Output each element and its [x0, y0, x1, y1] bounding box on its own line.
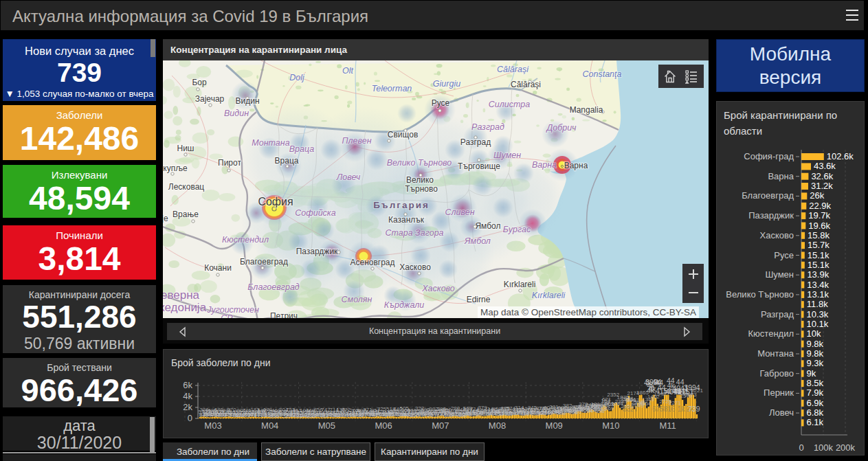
svg-text:Бор: Бор [192, 78, 207, 87]
svg-text:Велико: Велико [406, 175, 434, 185]
svg-text:Благоевград: Благоевград [247, 282, 300, 292]
svg-text:10k: 10k [807, 328, 821, 339]
svg-text:Благоевград: Благоевград [240, 257, 288, 267]
svg-text:Kırklareli: Kırklareli [532, 291, 566, 300]
svg-text:Перник: Перник [764, 387, 794, 398]
svg-text:Constanţa: Constanţa [583, 69, 622, 79]
svg-text:9.8k: 9.8k [807, 348, 824, 359]
svg-text:M03: M03 [204, 420, 221, 431]
svg-text:Ловеч: Ловеч [336, 172, 361, 182]
svg-text:3994: 3994 [645, 378, 662, 386]
svg-text:675816: 675816 [652, 405, 676, 413]
svg-text:15.8k: 15.8k [808, 230, 830, 240]
svg-text:26k: 26k [810, 190, 824, 201]
svg-text:Монтана: Монтана [252, 138, 289, 148]
svg-text:Бургас: Бургас [503, 225, 531, 234]
svg-text:Добрич: Добрич [545, 123, 577, 133]
svg-text:еверна: еверна [163, 289, 200, 302]
svg-text:10.3k: 10.3k [807, 309, 829, 319]
svg-text:Търново: Търново [405, 184, 438, 194]
svg-text:13.9k: 13.9k [807, 269, 829, 280]
svg-text:0: 0 [188, 413, 192, 423]
svg-text:Mangalia: Mangalia [570, 105, 603, 115]
svg-text:Русе: Русе [774, 250, 794, 260]
svg-text:4k: 4k [674, 387, 682, 396]
svg-text:Dolj: Dolj [289, 73, 305, 82]
svg-text:Пазарджик: Пазарджик [748, 210, 794, 221]
svg-text:Хасково: Хасково [399, 262, 431, 272]
svg-text:4k: 4k [647, 386, 655, 394]
svg-text:M10: M10 [602, 420, 619, 431]
svg-text:Велико Търново: Велико Търново [387, 158, 452, 168]
svg-text:Софийска: Софийска [295, 208, 335, 218]
svg-text:M08: M08 [489, 420, 506, 431]
svg-text:је: је [163, 214, 168, 223]
svg-text:Хасково: Хасково [421, 284, 455, 293]
svg-text:СР: СР [221, 313, 233, 318]
svg-text:102.6k: 102.6k [827, 151, 854, 161]
svg-text:Шумен: Шумен [493, 150, 521, 160]
svg-text:Благоевград: Благоевград [742, 190, 794, 201]
svg-text:7.9k: 7.9k [807, 387, 824, 398]
svg-text:Русе: Русе [432, 98, 450, 108]
svg-text:Видин: Видин [235, 96, 259, 106]
svg-text:44: 44 [667, 376, 675, 385]
svg-text:Teleorman: Teleorman [372, 84, 412, 93]
svg-text:19.7k: 19.7k [808, 210, 830, 221]
svg-text:13.4k: 13.4k [807, 280, 829, 290]
svg-text:Giurgiu: Giurgiu [433, 79, 460, 89]
svg-text:M07: M07 [432, 420, 449, 431]
svg-text:Ниш: Ниш [177, 144, 194, 153]
svg-text:Врање: Врање [173, 210, 199, 219]
svg-text:Кюстендил: Кюстендил [748, 328, 794, 339]
svg-text:6.1k: 6.1k [807, 417, 824, 427]
svg-text:9.3k: 9.3k [807, 358, 824, 368]
svg-text:8.5k: 8.5k [807, 378, 824, 388]
svg-text:Стара Загора: Стара Загора [385, 228, 443, 238]
svg-text:6k: 6k [183, 380, 192, 390]
svg-text:Плевен: Плевен [342, 136, 371, 146]
svg-text:Лесковац: Лесковац [168, 182, 205, 192]
svg-text:Călăraşi: Călăraşi [497, 65, 529, 74]
svg-text:32.6k: 32.6k [811, 171, 833, 181]
svg-text:9k: 9k [807, 368, 816, 379]
svg-text:2k: 2k [183, 402, 192, 412]
svg-text:Смолян: Смолян [342, 295, 372, 304]
svg-text:15.7k: 15.7k [808, 240, 830, 250]
svg-text:11.8k: 11.8k [807, 299, 828, 309]
svg-text:Велико Търново: Велико Търново [726, 289, 794, 300]
svg-text:кедонија: кедонија [163, 301, 207, 314]
svg-text:Шумен: Шумен [765, 269, 794, 280]
svg-text:Ямбол: Ямбол [464, 236, 491, 246]
svg-text:Кочани: Кочани [204, 263, 232, 273]
svg-text:1k: 1k [678, 405, 686, 413]
svg-text:3024: 3024 [623, 396, 636, 403]
svg-text:31.2k: 31.2k [811, 181, 833, 191]
svg-text:Видин: Видин [224, 109, 249, 118]
svg-text:Кърджали: Кърджали [384, 300, 424, 310]
svg-text:Пирот: Пирот [218, 158, 241, 168]
svg-text:19.6k: 19.6k [808, 221, 830, 231]
svg-text:България: България [373, 200, 430, 210]
svg-text:10.1k: 10.1k [807, 319, 829, 329]
svg-text:Казанлък: Казанлък [388, 215, 425, 225]
svg-text:9.8k: 9.8k [807, 339, 824, 349]
svg-text:Варна: Варна [532, 160, 557, 170]
svg-text:200k: 200k [836, 442, 856, 453]
svg-text:Свищов: Свищов [388, 130, 419, 139]
svg-text:Ловеч: Ловеч [769, 407, 794, 418]
svg-text:Kırklareli: Kırklareli [504, 280, 536, 289]
svg-text:Разград: Разград [460, 137, 491, 147]
svg-text:6.8k: 6.8k [807, 407, 824, 418]
svg-text:M11: M11 [659, 420, 676, 431]
svg-text:M06: M06 [375, 420, 392, 431]
svg-text:Хасково: Хасково [760, 230, 794, 240]
svg-text:13.1k: 13.1k [807, 289, 829, 300]
svg-text:M04: M04 [261, 420, 278, 431]
svg-text:100k: 100k [814, 442, 834, 453]
svg-text:44: 44 [676, 378, 685, 386]
svg-text:Сливен: Сливен [445, 207, 474, 217]
svg-text:8327: 8327 [623, 405, 638, 413]
svg-text:Варна: Варна [768, 171, 794, 181]
svg-text:43.6k: 43.6k [814, 161, 836, 171]
